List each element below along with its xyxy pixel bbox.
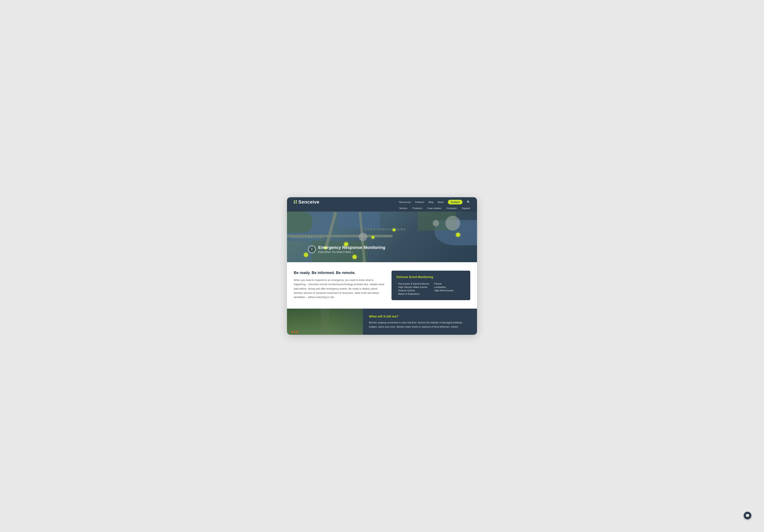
logo-dot-3 bbox=[294, 202, 295, 203]
nav-link-case-studies[interactable]: Case studies bbox=[427, 207, 441, 209]
hero-subtitle: Data When You Need It Most bbox=[318, 250, 385, 254]
hero-text: Emergency Response Monitoring Data When … bbox=[318, 245, 385, 254]
event-card-title: Extreme Event Monitoring bbox=[397, 275, 465, 279]
gray-circle-center bbox=[359, 233, 367, 241]
hero-title: Emergency Response Monitoring bbox=[318, 245, 385, 250]
event-grid: Hurricanes & Named Storms High Velocity … bbox=[397, 282, 465, 296]
hero-alert-icon: ! bbox=[308, 245, 316, 253]
browser-window: Senceive Resources Partners Blog News Co… bbox=[287, 197, 477, 335]
bottom-body: Monitor ongoing movement in near real-ti… bbox=[369, 321, 471, 329]
green-left bbox=[287, 211, 312, 233]
bottom-heading: What will it tell me? bbox=[369, 315, 471, 318]
bottom-text-section: What will it tell me? Monitor ongoing mo… bbox=[363, 309, 477, 335]
main-content: Be ready. Be informed. Be remote. When y… bbox=[287, 262, 477, 309]
event-hurricanes: Hurricanes & Named Storms bbox=[397, 282, 429, 285]
events-left-column: Hurricanes & Named Storms High Velocity … bbox=[397, 282, 429, 296]
event-landslides: Landslides bbox=[433, 285, 465, 289]
main-heading: Be ready. Be informed. Be remote. bbox=[294, 271, 385, 275]
bridge-truss-right bbox=[363, 228, 405, 230]
nav-bottom: Sectors Products Case studies Company Su… bbox=[294, 206, 470, 211]
sensor-dot-1 bbox=[304, 253, 308, 257]
nav-link-partners[interactable]: Partners bbox=[415, 201, 424, 203]
bottom-image bbox=[287, 309, 363, 335]
nav-link-products[interactable]: Products bbox=[413, 207, 422, 209]
hero-scene bbox=[287, 211, 477, 262]
nav-top: Senceive Resources Partners Blog News Co… bbox=[294, 197, 470, 206]
logo[interactable]: Senceive bbox=[294, 200, 319, 205]
events-right-column: Floods Landslides High Wind Events bbox=[433, 282, 465, 296]
logo-text: Senceive bbox=[298, 200, 319, 205]
logo-dot-2 bbox=[295, 200, 297, 202]
search-icon[interactable]: 🔍 bbox=[467, 200, 470, 204]
hero-section: ! Emergency Response Monitoring Data Whe… bbox=[287, 211, 477, 262]
chat-icon: 💬 bbox=[745, 514, 750, 518]
sensor-dot-6 bbox=[352, 255, 357, 259]
event-high-velocity: High Velocity Water Events bbox=[397, 285, 429, 289]
gray-circle-large bbox=[445, 216, 460, 230]
nav-link-sectors[interactable]: Sectors bbox=[399, 207, 408, 209]
bottom-section: What will it tell me? Monitor ongoing mo… bbox=[287, 309, 477, 335]
event-seismic: Seismic Events bbox=[397, 289, 429, 292]
event-high-wind: High Wind Events bbox=[433, 289, 465, 292]
logo-dot-1 bbox=[294, 200, 295, 202]
bridge-truss-left bbox=[291, 237, 323, 239]
sensor-dot-5 bbox=[393, 228, 396, 231]
event-monitoring-card: Extreme Event Monitoring Hurricanes & Na… bbox=[392, 271, 470, 300]
nav-link-news[interactable]: News bbox=[438, 201, 444, 203]
event-floods: Floods bbox=[433, 282, 465, 285]
nav-link-blog[interactable]: Blog bbox=[429, 201, 433, 203]
sensor-dot-4 bbox=[371, 236, 374, 239]
nav-link-resources[interactable]: Resources bbox=[399, 201, 411, 203]
contact-button[interactable]: Contact bbox=[448, 200, 463, 204]
nav-link-company[interactable]: Company bbox=[447, 207, 457, 209]
event-blasts: Blasts & Explosions bbox=[397, 292, 429, 296]
navbar: Senceive Resources Partners Blog News Co… bbox=[287, 197, 477, 211]
logo-dot-4 bbox=[295, 202, 297, 203]
logo-dots bbox=[294, 200, 297, 204]
gray-circle-medium bbox=[433, 220, 439, 226]
nav-right-top: Resources Partners Blog News Contact 🔍 bbox=[399, 200, 470, 204]
hero-content: ! Emergency Response Monitoring Data Whe… bbox=[308, 245, 385, 254]
chat-bubble[interactable]: 💬 bbox=[744, 512, 751, 519]
left-column: Be ready. Be informed. Be remote. When y… bbox=[294, 271, 392, 300]
bottom-image-overlay bbox=[287, 309, 363, 335]
sensor-dot-7 bbox=[456, 233, 460, 237]
main-body-text: When you need to respond to an emergency… bbox=[294, 278, 385, 300]
nav-link-support[interactable]: Support bbox=[462, 207, 470, 209]
